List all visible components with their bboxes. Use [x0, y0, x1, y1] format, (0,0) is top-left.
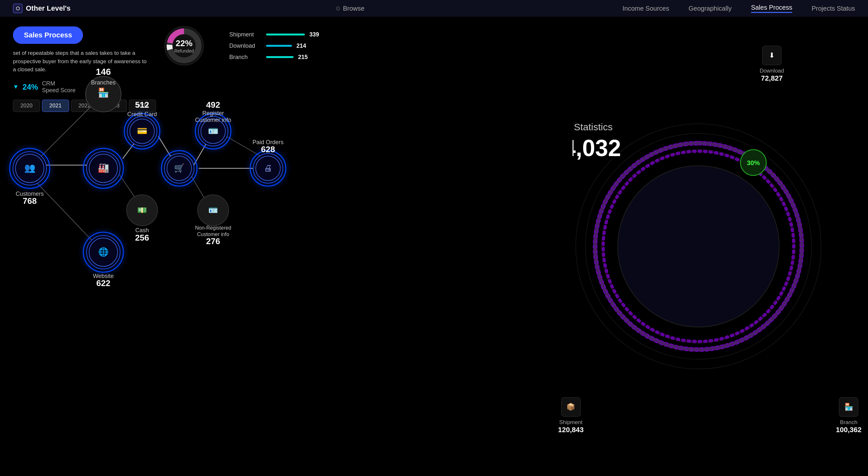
download-value: 72,827	[760, 74, 784, 82]
browse-button[interactable]: ⊙ Browse	[78, 5, 623, 12]
svg-text:🖨: 🖨	[264, 163, 272, 173]
svg-text:768: 768	[23, 196, 36, 206]
branch-stat: 🏪 Branch 100,362	[836, 397, 862, 434]
branch-icon: 🏪	[839, 397, 858, 417]
svg-text:146: 146	[96, 67, 111, 77]
nav-geographically[interactable]: Geographically	[688, 5, 732, 12]
svg-text:Credit Card: Credit Card	[127, 111, 157, 117]
svg-text:622: 622	[96, 278, 110, 288]
svg-text:🏪: 🏪	[98, 88, 109, 98]
branch-label: Branch	[836, 419, 862, 426]
svg-text:628: 628	[261, 144, 275, 154]
svg-text:💳: 💳	[137, 126, 148, 136]
svg-text:Register: Register	[202, 110, 224, 116]
svg-text:30%: 30%	[747, 159, 760, 166]
svg-text:512: 512	[135, 100, 149, 110]
svg-text:💵: 💵	[137, 205, 147, 215]
svg-text:Financial Statistics: Financial Statistics	[572, 122, 613, 132]
shipment-stat: 📦 Shipment 120,843	[558, 397, 584, 434]
download-label: Download	[760, 68, 784, 74]
svg-text:492: 492	[206, 100, 220, 110]
shipment-icon: 📦	[561, 397, 581, 417]
logo-icon: ⬡	[13, 4, 23, 13]
svg-text:$294,032: $294,032	[572, 135, 621, 161]
financial-panel: ⬇ Download 72,827 /* ticks drawn below *…	[529, 17, 868, 476]
svg-text:Non-Registered: Non-Registered	[195, 225, 231, 231]
svg-text:🛒: 🛒	[174, 163, 185, 173]
svg-text:🪪: 🪪	[208, 205, 218, 215]
nav-projects-status[interactable]: Projects Status	[811, 5, 855, 12]
browse-label: Browse	[343, 5, 365, 12]
svg-text:🪪: 🪪	[208, 126, 219, 136]
logo-text: Other Level's	[26, 4, 71, 12]
branch-value: 100,362	[836, 426, 862, 434]
svg-text:🏭: 🏭	[98, 163, 109, 173]
nav-sales-process[interactable]: Sales Process	[751, 4, 793, 13]
svg-text:Branches: Branches	[91, 79, 116, 86]
svg-text:Cash: Cash	[135, 227, 149, 234]
nav-income-sources[interactable]: Income Sources	[623, 5, 670, 12]
svg-point-73	[621, 169, 776, 324]
logo: ⬡ Other Level's	[13, 4, 78, 13]
svg-text:👥: 👥	[24, 163, 35, 173]
svg-text:256: 256	[135, 233, 149, 242]
download-icon: ⬇	[762, 46, 781, 65]
svg-line-6	[32, 178, 100, 249]
svg-text:276: 276	[206, 236, 220, 246]
gauge-chart: /* ticks drawn below */ 30% 7	[572, 121, 825, 372]
svg-text:🌐: 🌐	[98, 247, 109, 257]
download-stat: ⬇ Download 72,827	[760, 46, 784, 82]
shipment-label: Shipment	[558, 419, 584, 426]
nav-links: Income Sources Geographically Sales Proc…	[623, 4, 855, 13]
top-navigation: ⬡ Other Level's ⊙ Browse Income Sources …	[0, 0, 868, 17]
svg-text:Customer info: Customer info	[195, 117, 231, 123]
shipment-value: 120,843	[558, 426, 584, 434]
network-diagram: 🏪 👥 🏭 💳 🛒 🪪 🖨 💵	[0, 17, 549, 476]
